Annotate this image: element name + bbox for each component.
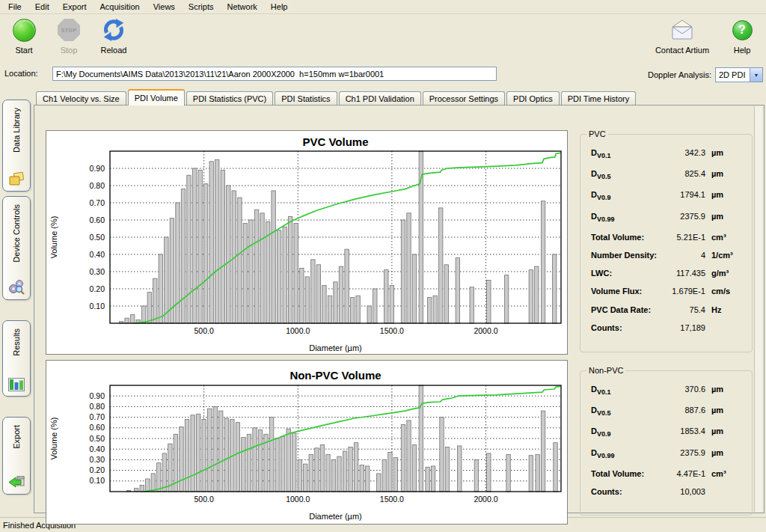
- stop-icon: STOP: [58, 19, 80, 41]
- menu-bar: File Edit Export Acquisition Views Scrip…: [0, 0, 766, 14]
- stat-label: DV0.5: [591, 406, 610, 417]
- menu-export[interactable]: Export: [56, 1, 94, 13]
- menu-scripts[interactable]: Scripts: [182, 1, 221, 13]
- doppler-analysis-value: 2D PDI: [716, 68, 750, 82]
- results-chart-icon: [8, 378, 25, 391]
- menu-file[interactable]: File: [1, 1, 28, 13]
- stat-value: 17,189: [659, 323, 705, 332]
- svg-text:1500.0: 1500.0: [380, 495, 404, 504]
- svg-text:0.30: 0.30: [90, 267, 105, 276]
- svg-text:2000.0: 2000.0: [474, 326, 497, 335]
- non-pvc-volume-chart: 0.100.200.300.400.500.600.700.800.90500.…: [46, 360, 568, 525]
- svg-text:0.70: 0.70: [90, 412, 105, 421]
- svg-text:0.40: 0.40: [90, 444, 105, 453]
- stat-row: Total Volume:5.21E-1cm³: [591, 233, 743, 244]
- stat-value: 2375.9: [659, 212, 705, 221]
- sidebar-item-results[interactable]: Results: [2, 320, 31, 397]
- sidebar-device-controls-label: Device Controls: [12, 204, 21, 263]
- non-pvc-stats-groupbox: Non-PVC DV0.1370.6µmDV0.5887.6µmDV0.9185…: [580, 370, 753, 516]
- tab-pdi-statistics[interactable]: PDI Statistics: [275, 91, 337, 106]
- tab-pdi-optics[interactable]: PDI Optics: [506, 91, 560, 106]
- stat-value: 370.6: [659, 385, 705, 394]
- location-input[interactable]: [52, 67, 497, 81]
- svg-text:1000.0: 1000.0: [286, 326, 310, 335]
- combo-arrow-icon[interactable]: ▼: [750, 68, 762, 82]
- sidebar-item-device-controls[interactable]: Device Controls: [2, 196, 31, 300]
- menu-acquisition[interactable]: Acquisition: [94, 1, 147, 13]
- doppler-analysis-select[interactable]: 2D PDI ▼: [715, 67, 763, 82]
- svg-text:PVC Volume: PVC Volume: [302, 135, 368, 148]
- stat-row: DV0.5825.4µm: [591, 169, 743, 180]
- tab-pdi-time-history[interactable]: PDI Time History: [561, 91, 637, 106]
- stat-label: DV0.9: [591, 190, 610, 201]
- reload-icon: [102, 18, 126, 42]
- vertical-scrollbar[interactable]: [754, 106, 762, 512]
- stat-row: DV0.5887.6µm: [591, 406, 743, 417]
- folders-icon: [8, 171, 25, 186]
- stat-unit: cm³: [711, 469, 743, 478]
- svg-text:0.20: 0.20: [90, 465, 105, 474]
- location-label: Location:: [4, 69, 38, 78]
- stop-button[interactable]: STOP Stop: [51, 16, 87, 55]
- menu-edit[interactable]: Edit: [28, 1, 56, 13]
- stat-label: Volume Flux:: [591, 287, 642, 298]
- pvc-stats-groupbox: PVC DV0.1342.3µmDV0.5825.4µmDV0.91794.1µ…: [580, 134, 753, 352]
- help-button[interactable]: ? Help: [729, 16, 756, 55]
- stat-label: PVC Data Rate:: [591, 305, 651, 317]
- svg-text:0.80: 0.80: [90, 402, 105, 411]
- stat-unit: 1/cm³: [711, 251, 743, 260]
- stat-row: Volume Flux:1.679E-1cm/s: [591, 287, 743, 298]
- gears-icon: [8, 278, 25, 295]
- menu-network[interactable]: Network: [220, 1, 263, 13]
- stat-label: DV0.1: [591, 385, 610, 396]
- svg-text:0.50: 0.50: [90, 434, 105, 443]
- stat-row: DV0.992375.9µm: [591, 212, 743, 223]
- tab-processor-settings[interactable]: Processor Settings: [423, 91, 505, 106]
- tab-pdi-volume[interactable]: PDI Volume: [128, 89, 185, 106]
- help-button-label: Help: [734, 46, 751, 55]
- stat-unit: g/m³: [711, 269, 743, 278]
- help-icon: ?: [732, 20, 753, 40]
- svg-text:Non-PVC Volume: Non-PVC Volume: [289, 369, 381, 382]
- svg-text:0.40: 0.40: [90, 250, 105, 259]
- menu-help[interactable]: Help: [264, 1, 295, 13]
- export-arrow-icon: [7, 474, 25, 489]
- reload-button[interactable]: Reload: [96, 16, 132, 55]
- stat-value: 4: [659, 251, 705, 260]
- svg-text:Volume (%): Volume (%): [49, 216, 58, 259]
- tab-ch1-pdi-validation[interactable]: Ch1 PDI Validation: [339, 91, 421, 106]
- stat-value: 1794.1: [659, 190, 705, 199]
- stat-unit: µm: [711, 212, 743, 221]
- stat-label: Total Volume:: [591, 469, 644, 480]
- stat-label: DV0.9: [591, 426, 610, 438]
- stat-label: Counts:: [591, 487, 622, 498]
- sidebar-data-library-label: Data Library: [12, 108, 21, 153]
- toolbar: Start STOP Stop Reload: [0, 15, 766, 64]
- stat-label: DV0.99: [591, 212, 614, 223]
- stat-value: 10,003: [659, 487, 705, 496]
- start-button[interactable]: Start: [6, 16, 42, 55]
- stat-unit: µm: [711, 148, 743, 157]
- stat-label: DV0.99: [591, 448, 614, 459]
- svg-text:0.50: 0.50: [90, 233, 105, 242]
- tab-pdi-statistics-pvc[interactable]: PDI Statistics (PVC): [186, 91, 273, 106]
- svg-text:Volume (%): Volume (%): [49, 418, 58, 460]
- contact-artium-label: Contact Artium: [655, 46, 709, 55]
- svg-text:0.10: 0.10: [90, 476, 105, 485]
- sidebar-item-export[interactable]: Export: [2, 417, 31, 495]
- stat-value: 1853.4: [659, 426, 705, 435]
- contact-artium-button[interactable]: Contact Artium: [652, 16, 712, 55]
- doppler-analysis-label: Doppler Analysis:: [648, 70, 711, 79]
- sidebar-item-data-library[interactable]: Data Library: [2, 100, 31, 192]
- stat-value: 342.3: [659, 148, 705, 157]
- tab-ch1-velocity-vs-size[interactable]: Ch1 Velocity vs. Size: [36, 91, 126, 106]
- start-button-label: Start: [15, 46, 32, 55]
- stat-unit: µm: [711, 426, 743, 435]
- stat-value: 825.4: [659, 169, 705, 178]
- toolbar-left-group: Start STOP Stop Reload: [6, 16, 132, 55]
- menu-views[interactable]: Views: [147, 1, 182, 13]
- envelope-icon: [669, 19, 696, 40]
- stat-value: 887.6: [659, 406, 705, 415]
- stat-row: DV0.91853.4µm: [591, 426, 743, 438]
- stat-row: PVC Data Rate:75.4Hz: [591, 305, 743, 317]
